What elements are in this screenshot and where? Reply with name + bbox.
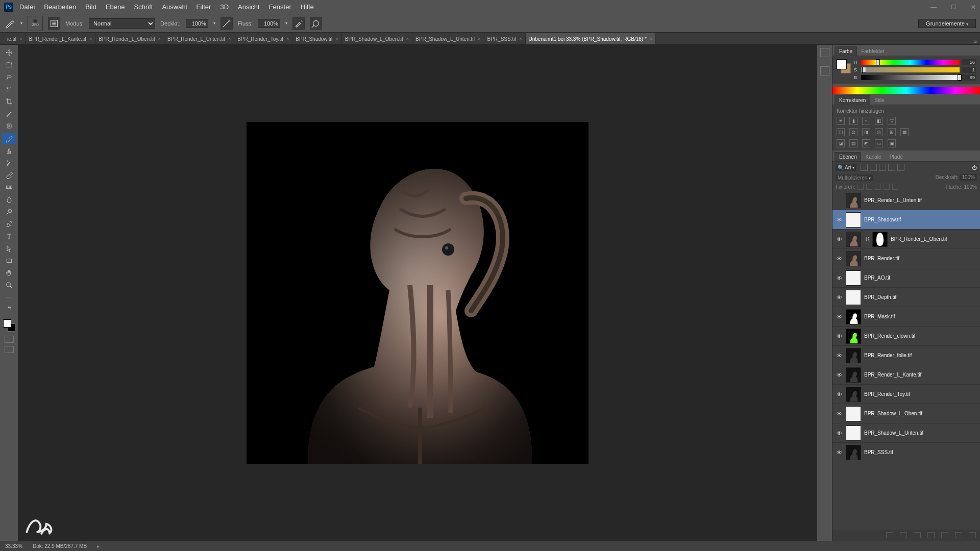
layer-row[interactable]: 👁BPR_Shadow_L_Unten.tif	[832, 423, 980, 443]
tab-farbe[interactable]: Farbe	[835, 46, 857, 56]
adj-hue-icon[interactable]: ◫	[837, 128, 845, 136]
shape-tool[interactable]	[2, 255, 16, 266]
layer-row[interactable]: 👁⛓BPR_Render_L_Oben.tif	[832, 230, 980, 249]
filter-adjust-icon[interactable]	[870, 164, 877, 171]
adj-photofilter-icon[interactable]: ◎	[875, 128, 883, 136]
document-tab[interactable]: Unbenannt1 bei 33.3% (BPR_Shadow.tif, RG…	[526, 33, 656, 44]
hand-tool[interactable]	[2, 267, 16, 279]
filter-shape-icon[interactable]	[888, 164, 895, 171]
menu-bearbeiten[interactable]: Bearbeiten	[44, 3, 76, 11]
new-group-icon[interactable]	[941, 532, 948, 538]
current-tool-icon[interactable]	[4, 18, 15, 29]
layer-row[interactable]: 👁BPR_Render_folie.tif	[832, 346, 980, 365]
status-more-icon[interactable]: ▸	[97, 543, 100, 549]
layer-name[interactable]: BPR_Mask.tif	[864, 314, 895, 319]
layer-name[interactable]: BPR_Render_Toy.tif	[864, 391, 910, 397]
close-tab-icon[interactable]: ×	[19, 36, 22, 41]
layer-name[interactable]: BPR_AO.tif	[864, 275, 890, 281]
layer-name[interactable]: BPR_Render_L_Kante.tif	[864, 372, 921, 378]
close-tab-icon[interactable]: ×	[89, 36, 92, 41]
layer-fx-icon[interactable]	[900, 532, 907, 538]
layer-fill-input[interactable]: 100%	[964, 184, 977, 190]
opacity-dropdown-icon[interactable]: ▾	[213, 21, 215, 26]
layer-visibility-icon[interactable]: 👁	[832, 411, 846, 417]
layer-filter-kind[interactable]: 🔍 Art ▾	[836, 164, 856, 171]
adj-invert-icon[interactable]: ◪	[837, 139, 845, 147]
menu-ansicht[interactable]: Ansicht	[238, 3, 260, 11]
new-layer-icon[interactable]	[955, 532, 962, 538]
sat-value[interactable]: 1	[962, 67, 976, 73]
close-tab-icon[interactable]: ×	[286, 36, 289, 41]
layer-thumbnail[interactable]	[846, 348, 861, 363]
layer-visibility-icon[interactable]: 👁	[832, 372, 846, 378]
tab-korrekturen[interactable]: Korrekturen	[835, 95, 870, 105]
adj-gradmap-icon[interactable]: ▭	[875, 139, 883, 147]
new-adjust-icon[interactable]	[927, 532, 935, 538]
lock-all-icon[interactable]	[892, 184, 898, 190]
layer-thumbnail[interactable]	[846, 367, 861, 383]
document-tab[interactable]: BPR_SSS.tif×	[484, 33, 526, 44]
layer-visibility-icon[interactable]: 👁	[832, 353, 846, 359]
layer-thumbnail[interactable]	[846, 387, 861, 402]
layer-visibility-icon[interactable]: 👁	[832, 236, 846, 242]
layer-visibility-icon[interactable]: 👁	[832, 314, 846, 320]
document-tab[interactable]: BPR_Render_Toy.tif×	[234, 33, 292, 44]
dodge-tool[interactable]	[2, 206, 16, 217]
lock-pos-icon[interactable]	[875, 184, 881, 190]
quickmask-screenmode[interactable]	[5, 336, 14, 353]
workspace-select[interactable]: Grundelemente ▾	[918, 19, 976, 28]
lock-pixels-icon[interactable]	[866, 184, 872, 190]
close-tab-icon[interactable]: ×	[650, 36, 652, 41]
tab-pfade[interactable]: Pfade	[886, 153, 907, 161]
layer-row[interactable]: 👁BPR_Render_L_Kante.tif	[832, 365, 980, 385]
layer-row[interactable]: 👁BPR_Render_clown.tif	[832, 327, 980, 346]
filter-type-icon[interactable]	[879, 164, 886, 171]
blend-mode-select[interactable]: Normal	[89, 18, 155, 29]
blur-tool[interactable]	[2, 194, 16, 205]
layer-name[interactable]: BPR_SSS.tif	[864, 449, 893, 455]
bri-value[interactable]: 99	[962, 74, 976, 81]
panel-color-swatch[interactable]	[837, 59, 851, 73]
close-icon[interactable]: ✕	[971, 4, 976, 11]
layer-thumbnail[interactable]	[846, 406, 861, 421]
pen-tool[interactable]	[2, 218, 16, 230]
layer-name[interactable]: BPR_Render_clown.tif	[864, 333, 916, 339]
wand-tool[interactable]	[2, 84, 16, 95]
collapsed-dock[interactable]	[817, 45, 832, 541]
properties-panel-icon[interactable]	[820, 66, 829, 76]
layer-visibility-icon[interactable]: 👁	[832, 430, 846, 436]
adj-levels-icon[interactable]: ▮	[849, 117, 857, 125]
layer-name[interactable]: BPR_Shadow.tif	[864, 217, 901, 222]
tab-kanaele[interactable]: Kanäle	[861, 153, 885, 161]
layer-thumbnail[interactable]	[846, 270, 861, 286]
layer-row[interactable]: 👁BPR_Render_Toy.tif	[832, 385, 980, 404]
path-select-tool[interactable]	[2, 243, 16, 254]
layer-visibility-icon[interactable]: 👁	[832, 391, 846, 397]
layer-name[interactable]: BPR_Render.tif	[864, 256, 899, 261]
filter-pixel-icon[interactable]	[861, 164, 868, 171]
history-brush-tool[interactable]	[2, 157, 16, 168]
layer-thumbnail[interactable]	[846, 290, 861, 305]
layer-row[interactable]: 👁BPR_SSS.tif	[832, 443, 980, 462]
color-swatches[interactable]	[3, 319, 15, 332]
menu-fenster[interactable]: Fenster	[269, 3, 291, 11]
airbrush-toggle[interactable]	[292, 17, 305, 30]
delete-layer-icon[interactable]	[969, 532, 976, 538]
crop-tool[interactable]	[2, 96, 16, 107]
lock-trans-icon[interactable]	[857, 184, 864, 190]
layer-thumbnail[interactable]	[846, 251, 861, 266]
tab-farbfelder[interactable]: Farbfelder	[857, 47, 889, 56]
hue-value[interactable]: 56	[962, 59, 976, 65]
layer-mask-thumbnail[interactable]	[872, 232, 888, 247]
history-panel-icon[interactable]	[820, 48, 829, 57]
color-spectrum[interactable]	[832, 87, 980, 94]
adj-threshold-icon[interactable]: ◩	[862, 139, 870, 147]
link-layers-icon[interactable]	[886, 532, 893, 538]
layer-thumbnail[interactable]	[846, 309, 861, 324]
layer-name[interactable]: BPR_Render_folie.tif	[864, 353, 912, 358]
close-tab-icon[interactable]: ×	[228, 36, 231, 41]
layer-row[interactable]: 👁BPR_Depth.tif	[832, 288, 980, 307]
layer-link-icon[interactable]: ⛓	[865, 237, 871, 242]
stamp-tool[interactable]	[2, 145, 16, 156]
document-tab[interactable]: BPR_Render_L_Kante.tif×	[26, 33, 96, 44]
